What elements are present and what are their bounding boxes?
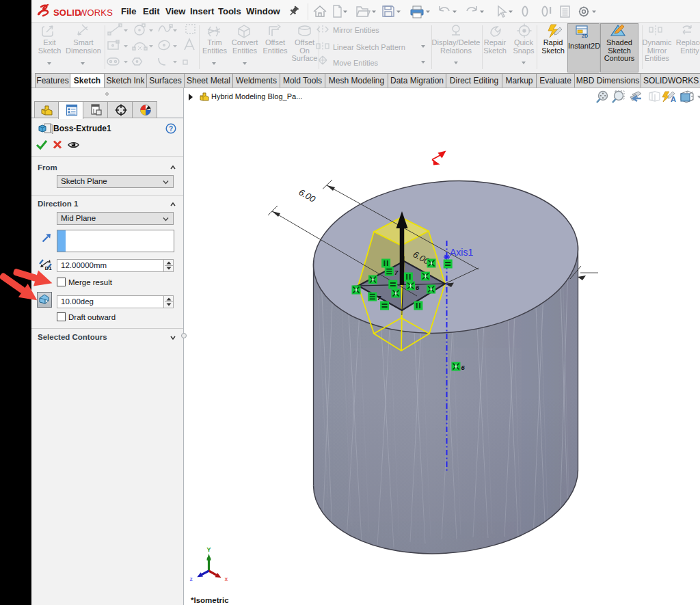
svg-text:6: 6 xyxy=(416,284,420,291)
svg-text:SOLID: SOLID xyxy=(53,8,81,18)
svg-text:WORKS: WORKS xyxy=(79,8,113,18)
svg-text:*Isometric: *Isometric xyxy=(191,596,229,604)
svg-text:6: 6 xyxy=(461,364,466,371)
svg-text:6.00: 6.00 xyxy=(297,187,318,204)
svg-text:Axis1: Axis1 xyxy=(450,247,473,258)
svg-text:7: 7 xyxy=(394,269,399,276)
svg-text:A: A xyxy=(671,95,676,103)
svg-text:7: 7 xyxy=(377,294,381,301)
svg-text:z: z xyxy=(190,576,193,582)
svg-text:x: x xyxy=(225,576,228,582)
svg-text:Hybrid Modeling Blog_Pa...: Hybrid Modeling Blog_Pa... xyxy=(211,92,302,100)
svg-text:2D: 2D xyxy=(582,33,588,38)
svg-text:Y: Y xyxy=(206,546,211,553)
svg-text:?: ? xyxy=(169,125,173,133)
